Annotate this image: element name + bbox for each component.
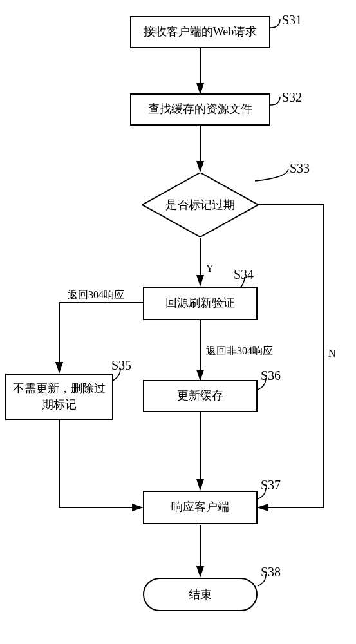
edge-s33-no: N [328, 348, 336, 359]
flowchart-container: 接收客户端的Web请求 S31 查找缓存的资源文件 S32 是否标记过期 S33… [0, 0, 356, 644]
tag-s34: S34 [234, 267, 254, 282]
tag-s35: S35 [111, 358, 131, 373]
terminator-s38-text: 结束 [189, 587, 212, 602]
step-s31: 接收客户端的Web请求 [130, 16, 270, 48]
step-s34: 回源刷新验证 [143, 287, 258, 320]
step-s36-text: 更新缓存 [177, 388, 223, 404]
step-s36: 更新缓存 [143, 380, 258, 412]
tag-s36: S36 [261, 368, 281, 383]
tag-s37: S37 [261, 478, 281, 493]
edge-s34-left: 返回304响应 [68, 289, 124, 302]
step-s35-text: 不需更新，删除过期标记 [12, 381, 107, 413]
decision-s33-text: 是否标记过期 [165, 197, 235, 213]
decision-s33: 是否标记过期 [142, 173, 258, 237]
step-s34-text: 回源刷新验证 [165, 295, 235, 311]
step-s37: 响应客户端 [143, 491, 258, 524]
edge-s33-yes: Y [206, 263, 214, 274]
step-s32: 查找缓存的资源文件 [130, 93, 270, 126]
tag-s31: S31 [282, 13, 302, 28]
terminator-s38: 结束 [143, 578, 258, 611]
step-s32-text: 查找缓存的资源文件 [148, 101, 252, 117]
step-s31-text: 接收客户端的Web请求 [144, 24, 258, 40]
step-s35: 不需更新，删除过期标记 [5, 374, 113, 420]
tag-s32: S32 [282, 90, 302, 105]
step-s37-text: 响应客户端 [171, 499, 229, 515]
edge-s34-down: 返回非304响应 [206, 345, 273, 358]
tag-s33: S33 [290, 161, 310, 176]
tag-s38: S38 [261, 565, 281, 580]
